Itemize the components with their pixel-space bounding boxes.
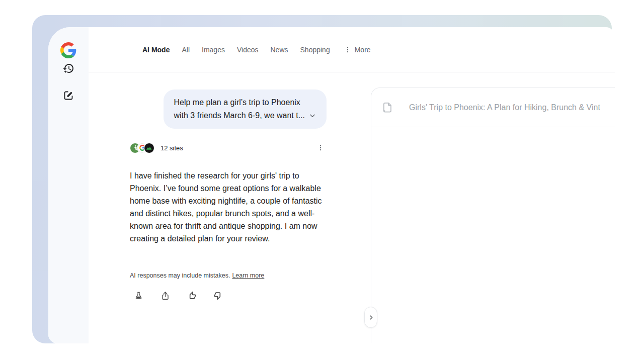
query-line-1: Help me plan a girl’s trip to Phoenix xyxy=(174,98,300,107)
share-export-icon xyxy=(160,291,170,301)
source-favicons xyxy=(130,143,154,153)
compose-icon xyxy=(62,89,74,102)
app-card: AI Mode All Images Videos News Shopping … xyxy=(48,27,615,343)
more-dots-icon xyxy=(344,46,351,53)
tab-news[interactable]: News xyxy=(271,46,288,54)
tab-images[interactable]: Images xyxy=(202,46,225,54)
disclaimer-text: AI responses may include mistakes. xyxy=(130,272,230,279)
sidebar xyxy=(48,27,89,343)
share-button[interactable] xyxy=(159,290,171,301)
google-logo[interactable] xyxy=(60,42,76,58)
query-line-2: with 3 friends March 6-9, we want t... xyxy=(174,111,305,120)
plan-side-panel: Girls' Trip to Phoenix: A Plan for Hikin… xyxy=(371,87,615,343)
tab-ai-mode[interactable]: AI Mode xyxy=(142,46,170,54)
tab-videos[interactable]: Videos xyxy=(237,46,259,54)
ai-response-text: I have finished the research for your gi… xyxy=(130,169,329,245)
user-query-bubble[interactable]: Help me plan a girl’s trip to Phoenix wi… xyxy=(164,89,327,129)
flask-icon xyxy=(134,291,143,301)
chevron-down-icon xyxy=(308,112,316,120)
thumbs-up-button[interactable] xyxy=(186,290,197,301)
labs-feedback-button[interactable] xyxy=(133,290,144,301)
thumbs-up-icon xyxy=(187,291,197,301)
google-g-icon xyxy=(60,42,76,58)
more-label: More xyxy=(355,46,371,54)
sources-count-label: 12 sites xyxy=(160,144,183,152)
plan-title: Girls' Trip to Phoenix: A Plan for Hikin… xyxy=(409,103,600,112)
tab-all[interactable]: All xyxy=(182,46,190,54)
page: AI Mode All Images Videos News Shopping … xyxy=(0,0,644,362)
history-button[interactable] xyxy=(58,58,78,78)
document-icon xyxy=(381,101,394,114)
panel-collapse-button[interactable] xyxy=(364,307,377,328)
history-icon xyxy=(62,62,74,74)
response-actions xyxy=(133,290,327,301)
search-tabs-bar: AI Mode All Images Videos News Shopping … xyxy=(89,27,615,72)
main-area: AI Mode All Images Videos News Shopping … xyxy=(89,27,615,343)
learn-more-link[interactable]: Learn more xyxy=(232,272,264,279)
kebab-menu-icon xyxy=(317,143,324,152)
tab-more[interactable]: More xyxy=(344,46,371,54)
thumbs-down-icon xyxy=(213,291,223,301)
new-chat-button[interactable] xyxy=(58,85,78,106)
disclaimer: AI responses may include mistakes.Learn … xyxy=(130,272,327,279)
tab-shopping[interactable]: Shopping xyxy=(300,46,330,54)
thumbs-down-button[interactable] xyxy=(213,290,224,301)
sources-row[interactable]: 12 sites xyxy=(130,142,327,154)
plan-panel-header[interactable]: Girls' Trip to Phoenix: A Plan for Hikin… xyxy=(371,88,615,127)
response-menu-button[interactable] xyxy=(314,142,327,154)
chat-column: Help me plan a girl’s trip to Phoenix wi… xyxy=(89,72,371,343)
content-row: Help me plan a girl’s trip to Phoenix wi… xyxy=(89,72,615,343)
trail-site-favicon xyxy=(144,143,154,153)
chevron-right-icon xyxy=(368,314,374,321)
